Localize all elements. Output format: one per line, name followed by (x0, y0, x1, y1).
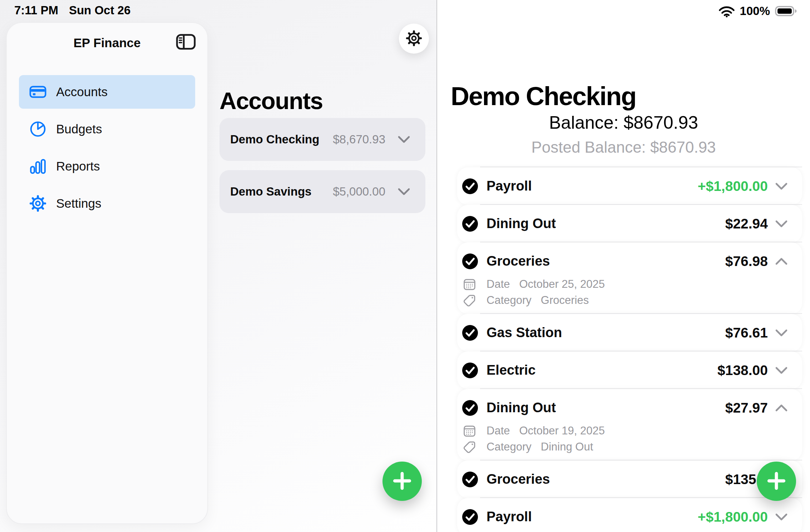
transaction-amount: $76.98 (725, 253, 768, 269)
category-label: Category (487, 294, 532, 307)
transaction-main[interactable]: Payroll +$1,800.00 (457, 167, 802, 205)
status-bar-right: 100% (718, 4, 798, 18)
account-balance: $8,670.93 (333, 133, 385, 146)
gear-icon (405, 30, 423, 48)
transaction-amount: $138.00 (717, 363, 768, 378)
sidebar-header: EP Finance (7, 23, 207, 66)
status-bar-left: 7:11 PM Sun Oct 26 (14, 4, 130, 17)
check-circle-icon[interactable] (461, 399, 479, 417)
accounts-pane-title: Accounts (219, 87, 323, 114)
chevron-down-icon[interactable] (775, 329, 788, 337)
transaction-row: Groceries $76.98 Date October 25, 2025 C… (457, 242, 802, 314)
check-circle-icon[interactable] (461, 178, 479, 195)
transaction-main[interactable]: Dining Out $27.97 (457, 389, 802, 427)
transaction-row: Payroll +$1,800.00 (457, 167, 802, 205)
transaction-amount: $22.94 (725, 216, 768, 232)
transaction-main[interactable]: Groceries $76.98 (457, 242, 802, 280)
transaction-category-line: Category Dining Out (462, 440, 788, 454)
transaction-amount: +$1,800.00 (698, 509, 768, 525)
transaction-details: Date October 25, 2025 Category Groceries (457, 277, 802, 314)
transaction-main[interactable]: Groceries $135.9 (457, 460, 802, 498)
transaction-main[interactable]: Gas Station $76.61 (457, 314, 802, 351)
transaction-name: Groceries (487, 472, 550, 487)
battery-percent: 100% (740, 4, 770, 18)
clock-date: Sun Oct 26 (69, 4, 130, 17)
calendar-icon (462, 277, 476, 291)
chevron-up-icon[interactable] (775, 404, 788, 412)
tag-icon (462, 293, 476, 307)
sidebar-item-label: Settings (56, 196, 101, 211)
add-account-button[interactable] (382, 462, 422, 501)
check-circle-icon[interactable] (461, 508, 479, 526)
chevron-up-icon[interactable] (775, 257, 788, 265)
sidebar-item-reports[interactable]: Reports (19, 149, 195, 183)
pie-chart-icon (29, 120, 47, 138)
sidebar-item-label: Budgets (56, 122, 102, 136)
plus-icon (392, 471, 413, 492)
chevron-down-icon[interactable] (775, 220, 788, 228)
transaction-amount: $27.97 (725, 400, 768, 416)
transaction-main[interactable]: Electric $138.00 (457, 351, 802, 389)
chevron-down-icon[interactable] (397, 188, 410, 196)
chevron-down-icon[interactable] (775, 182, 788, 190)
date-value: October 19, 2025 (519, 424, 605, 437)
check-circle-icon[interactable] (461, 362, 479, 379)
category-label: Category (487, 440, 532, 453)
detail-pane: 100% Demo Checking Balance: $8670.93 Pos… (437, 0, 810, 532)
transaction-name: Payroll (487, 178, 532, 194)
sidebar-item-accounts[interactable]: Accounts (19, 75, 195, 109)
sidebar-item-settings[interactable]: Settings (19, 187, 195, 220)
tag-icon (462, 440, 476, 454)
calendar-icon (462, 424, 476, 438)
date-label: Date (487, 424, 510, 437)
sidebar-item-label: Accounts (56, 85, 108, 99)
check-circle-icon[interactable] (461, 471, 479, 488)
add-transaction-button[interactable] (757, 462, 796, 501)
transaction-name: Gas Station (487, 325, 562, 340)
app-screen: 7:11 PM Sun Oct 26 EP Finance Accounts B… (0, 0, 810, 532)
chevron-down-icon[interactable] (775, 513, 788, 521)
sidebar-toggle-button[interactable] (176, 33, 196, 51)
check-circle-icon[interactable] (461, 215, 479, 232)
posted-balance-text: Posted Balance: $8670.93 (437, 138, 810, 156)
transaction-list: Payroll +$1,800.00 Dining Out $22.94 Gro… (457, 167, 802, 532)
transaction-category-line: Category Groceries (462, 293, 788, 307)
check-circle-icon[interactable] (461, 324, 479, 341)
account-card[interactable]: Demo Checking $8,670.93 (219, 118, 425, 161)
transaction-name: Electric (487, 363, 535, 378)
transaction-date-line: Date October 25, 2025 (462, 277, 788, 291)
account-balance: $5,000.00 (333, 185, 385, 198)
sidebar-nav: Accounts Budgets Reports Settings (19, 75, 195, 220)
transaction-main[interactable]: Payroll +$1,800.00 (457, 498, 802, 532)
transaction-main[interactable]: Dining Out $22.94 (457, 205, 802, 242)
sidebar-item-label: Reports (56, 159, 100, 173)
sidebar-item-budgets[interactable]: Budgets (19, 112, 195, 146)
account-card[interactable]: Demo Savings $5,000.00 (219, 170, 425, 213)
sidebar-toggle-icon (176, 46, 196, 52)
category-value: Groceries (541, 294, 589, 307)
account-name: Demo Checking (230, 133, 319, 146)
transaction-row: Gas Station $76.61 (457, 314, 802, 351)
transaction-details: Date October 19, 2025 Category Dining Ou… (457, 424, 802, 460)
account-list: Demo Checking $8,670.93 Demo Savings $5,… (219, 118, 425, 213)
chevron-down-icon[interactable] (775, 366, 788, 374)
transaction-name: Payroll (487, 509, 532, 524)
date-value: October 25, 2025 (519, 278, 605, 291)
chevron-down-icon[interactable] (397, 136, 410, 143)
wifi-icon (718, 5, 735, 18)
transaction-row: Groceries $135.9 (457, 460, 802, 498)
transaction-row: Dining Out $27.97 Date October 19, 2025 … (457, 389, 802, 460)
transaction-row: Payroll +$1,800.00 (457, 498, 802, 532)
bar-chart-icon (29, 157, 47, 175)
transaction-name: Dining Out (487, 216, 556, 231)
transaction-name: Groceries (487, 253, 550, 269)
battery-icon (775, 5, 798, 17)
account-name: Demo Savings (230, 185, 311, 198)
check-circle-icon[interactable] (461, 253, 479, 270)
date-label: Date (487, 278, 510, 291)
account-detail-title: Demo Checking (451, 82, 636, 111)
credit-card-icon (29, 83, 47, 101)
transaction-name: Dining Out (487, 400, 556, 415)
settings-button[interactable] (399, 24, 429, 54)
clock-time: 7:11 PM (14, 4, 58, 17)
